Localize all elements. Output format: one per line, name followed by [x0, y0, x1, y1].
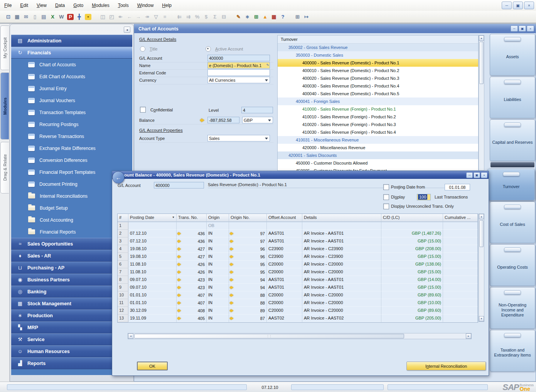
sidebar-item-transaction-templates[interactable]: Transaction Templates: [11, 106, 132, 118]
menu-goto[interactable]: Goto: [69, 0, 88, 10]
restore-button[interactable]: ▣: [474, 172, 480, 178]
sidebar-module-financials[interactable]: ↻Financials: [11, 47, 132, 59]
lock-icon[interactable]: ▪: [85, 14, 91, 20]
tree-row[interactable]: 410031 - Miscellaneous Revenue: [278, 136, 478, 144]
table-row[interactable]: 1230.12.09408IN89C20000AR Invoice - C200…: [118, 307, 478, 315]
column-header-[interactable]: #: [118, 214, 128, 222]
next-record-icon[interactable]: →: [134, 13, 142, 21]
tree-row[interactable]: 400040 - Sales Revenue (Domestic) - Prod…: [278, 90, 478, 98]
link-arrow-icon[interactable]: [231, 309, 234, 312]
sort-icon[interactable]: ≡: [161, 13, 169, 21]
navigate-icon[interactable]: ╋: [75, 13, 83, 21]
sidebar-item-reverse-transactions[interactable]: Reverse Transactions: [11, 130, 132, 142]
link-arrow-icon[interactable]: [231, 255, 234, 258]
close-button[interactable]: ×: [481, 172, 487, 178]
table-row[interactable]: 1001.01.10407IN88C20000AR Invoice - C200…: [118, 291, 478, 299]
calendar-icon[interactable]: ▦: [270, 13, 278, 21]
link-arrow-icon[interactable]: [231, 270, 234, 274]
translate-name-icon[interactable]: ✎: [266, 63, 269, 67]
link-arrow-icon[interactable]: [179, 293, 181, 297]
menu-file[interactable]: File: [0, 0, 16, 10]
drawer-assets[interactable]: Assets: [490, 34, 535, 76]
back-button[interactable]: ←: [112, 171, 125, 183]
checkbox-posting-date-from[interactable]: [383, 184, 389, 190]
tab-drag-relate[interactable]: Drag & Relate: [0, 142, 9, 193]
fax-icon[interactable]: ▤: [40, 13, 48, 21]
posting-date-from-field[interactable]: 01.01.08: [445, 184, 470, 190]
print-preview-icon[interactable]: ⊡: [4, 13, 12, 21]
table-scrollbar[interactable]: ▲ ▼: [479, 214, 484, 322]
account-balance-titlebar[interactable]: Account Balance - 400000, Sales Revenue …: [112, 171, 489, 179]
menu-edit[interactable]: Edit: [16, 0, 32, 10]
close-button[interactable]: ×: [524, 2, 534, 9]
internal-reconciliation-button[interactable]: Internal Reconciliation: [406, 362, 486, 370]
last-record-icon[interactable]: ↠: [143, 13, 151, 21]
checkbox-display[interactable]: [383, 194, 389, 200]
tree-row[interactable]: 400041 - Foreign Sales: [278, 98, 478, 105]
column-header-details[interactable]: Details: [302, 214, 381, 222]
display-count-field[interactable]: 100: [417, 194, 431, 200]
tree-row[interactable]: 420000 - Miscellaneous Revenue: [278, 144, 478, 151]
tree-row[interactable]: 400030 - Sales Revenue (Domestic) - Prod…: [278, 82, 478, 90]
table-row[interactable]: 1319.11.09405IN87AAST02AR Invoice - AAST…: [118, 315, 478, 322]
link-arrow-icon[interactable]: [179, 301, 181, 305]
tree-row[interactable]: 450005 - Customer Discounts for Early Pa…: [278, 167, 478, 171]
link-arrow-icon[interactable]: [231, 239, 234, 243]
link-arrow-icon[interactable]: [179, 232, 181, 235]
balance-currency-select[interactable]: GBP: [242, 117, 273, 123]
table-row[interactable]: 419.08.10427IN96C23900AR Invoice - C2390…: [118, 245, 478, 253]
sidebar-module-administration[interactable]: ▤Administration: [11, 35, 132, 47]
menu-help[interactable]: Help: [158, 0, 176, 10]
link-arrow-icon[interactable]: [179, 278, 181, 281]
find-icon[interactable]: ◫: [99, 13, 107, 21]
title-radio[interactable]: Title: [140, 46, 157, 52]
link-arrow-icon[interactable]: [179, 270, 181, 274]
edit-pencil-icon[interactable]: ✎: [234, 13, 243, 21]
sidebar-item-recurring-postings[interactable]: Recurring Postings: [11, 118, 132, 130]
copy-to-icon[interactable]: ⇉: [184, 13, 192, 21]
tree-row[interactable]: 410020 - Sales Revenue (Foreign) - Produ…: [278, 121, 478, 128]
send-message-icon[interactable]: ✉: [22, 13, 30, 21]
table-row[interactable]: 1OB: [118, 222, 478, 230]
column-header-cumulative[interactable]: Cumulative ...: [443, 214, 478, 222]
table-row[interactable]: 909.07.10423IN94AAST01AR Invoice - AAST0…: [118, 284, 478, 291]
account-type-select[interactable]: Sales: [207, 135, 270, 141]
volume-weight-icon[interactable]: Σ: [211, 13, 219, 21]
alert-icon[interactable]: ▲: [261, 13, 269, 21]
link-arrow-icon[interactable]: [179, 247, 181, 251]
export-word-icon[interactable]: W: [57, 13, 66, 21]
filter-icon[interactable]: ▽: [152, 13, 160, 21]
level-field[interactable]: 4: [241, 107, 273, 113]
tree-row[interactable]: 400020 - Sales Revenue (Domestic) - Prod…: [278, 74, 478, 82]
link-arrow-icon[interactable]: [231, 247, 234, 251]
link-arrow-icon[interactable]: [231, 278, 234, 281]
horizontal-scrollbar[interactable]: ◄ ⋮⋮ ►: [128, 333, 472, 339]
currency-select[interactable]: All Currencies: [207, 77, 270, 83]
export-pdf-icon[interactable]: P: [67, 14, 74, 20]
copy-from-icon[interactable]: ⇇: [175, 13, 184, 21]
drawer-non-operating-income-and-expenditure[interactable]: Non-Operating Income and Expenditure: [490, 287, 535, 329]
restore-button[interactable]: ▣: [513, 2, 523, 9]
column-header-offset-account[interactable]: Offset Account: [267, 214, 302, 222]
drawer-turnover[interactable]: Turnover: [487, 169, 535, 200]
external-code-field[interactable]: [207, 69, 270, 76]
drawer-taxation-and-extraordinary-items[interactable]: Taxation and Extraordinary Items: [490, 330, 535, 372]
export-excel-icon[interactable]: X: [49, 13, 57, 21]
link-arrow-icon[interactable]: [179, 255, 181, 258]
scroll-right-icon[interactable]: ►: [466, 333, 471, 339]
link-arrow-icon[interactable]: [179, 239, 181, 243]
table-row[interactable]: 711.08.10426IN95C20000AR Invoice - C2000…: [118, 268, 478, 276]
minimize-button[interactable]: ─: [466, 172, 473, 178]
confidential-checkbox[interactable]: Confidential: [140, 107, 173, 113]
close-button[interactable]: ×: [527, 25, 534, 32]
ok-button[interactable]: OK: [137, 362, 168, 370]
drawer-operating-costs[interactable]: Operating Costs: [490, 244, 535, 286]
tab-modules[interactable]: Modules: [0, 72, 9, 140]
tree-row[interactable]: 410030 - Sales Revenue (Foreign) - Produ…: [278, 128, 478, 136]
sidebar-item-chart-of-accounts[interactable]: Chart of Accounts: [11, 59, 132, 71]
menu-window[interactable]: Window: [133, 0, 158, 10]
tree-row[interactable]: 350002 - Gross Sales Revenue: [278, 44, 478, 51]
gl-account-field[interactable]: 400000: [207, 55, 270, 61]
sidebar-item-journal-entry[interactable]: Journal Entry: [11, 82, 132, 94]
payment-means-icon[interactable]: $: [202, 13, 210, 21]
